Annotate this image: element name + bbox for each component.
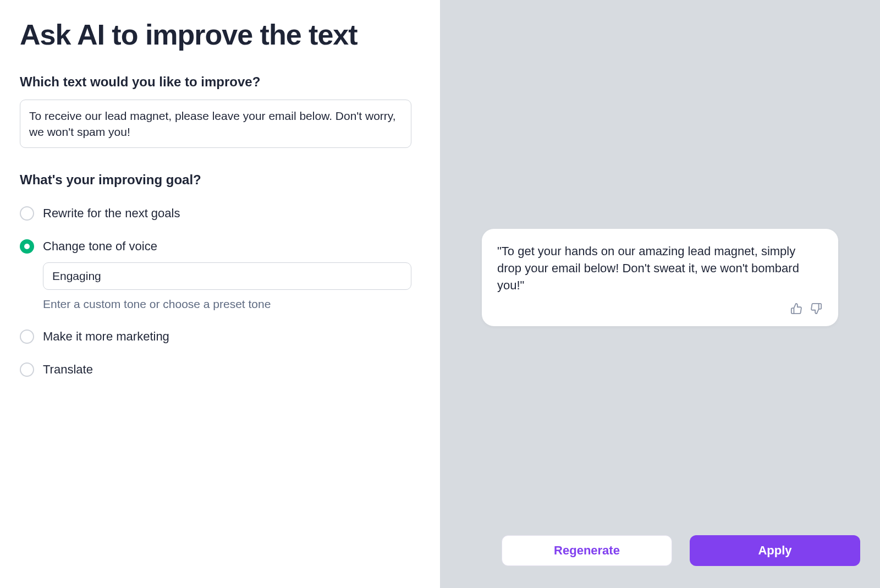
goal-option-label: Change tone of voice [43, 239, 157, 254]
goal-section-label: What's your improving goal? [20, 172, 420, 188]
result-text: "To get your hands on our amazing lead m… [497, 243, 823, 294]
radio-icon [20, 362, 34, 377]
regenerate-button[interactable]: Regenerate [502, 535, 672, 566]
tone-subsection: Enter a custom tone or choose a preset t… [43, 262, 420, 311]
tone-hint: Enter a custom tone or choose a preset t… [43, 298, 420, 311]
radio-icon [20, 329, 34, 344]
goal-option-tone[interactable]: Change tone of voice [20, 239, 420, 254]
thumbs-up-icon[interactable] [790, 302, 803, 315]
tone-input[interactable] [43, 262, 411, 290]
thumbs-down-icon[interactable] [810, 302, 823, 315]
goal-option-label: Translate [43, 362, 93, 377]
radio-inner-dot [24, 244, 30, 249]
result-area: "To get your hands on our amazing lead m… [460, 20, 860, 535]
page-title: Ask AI to improve the text [20, 20, 420, 50]
goal-option-rewrite[interactable]: Rewrite for the next goals [20, 206, 420, 221]
goal-option-label: Make it more marketing [43, 329, 169, 344]
apply-button[interactable]: Apply [690, 535, 860, 566]
goal-option-marketing[interactable]: Make it more marketing [20, 329, 420, 344]
radio-icon-selected [20, 239, 34, 254]
action-buttons: Regenerate Apply [460, 535, 860, 568]
goal-option-label: Rewrite for the next goals [43, 206, 180, 221]
feedback-row [497, 302, 823, 315]
form-pane: Ask AI to improve the text Which text wo… [0, 0, 440, 588]
source-text-input[interactable] [20, 100, 411, 149]
result-card: "To get your hands on our amazing lead m… [482, 229, 838, 326]
input-text-label: Which text would you like to improve? [20, 74, 420, 90]
goal-option-translate[interactable]: Translate [20, 362, 420, 377]
result-pane: "To get your hands on our amazing lead m… [440, 0, 880, 588]
radio-icon [20, 206, 34, 221]
